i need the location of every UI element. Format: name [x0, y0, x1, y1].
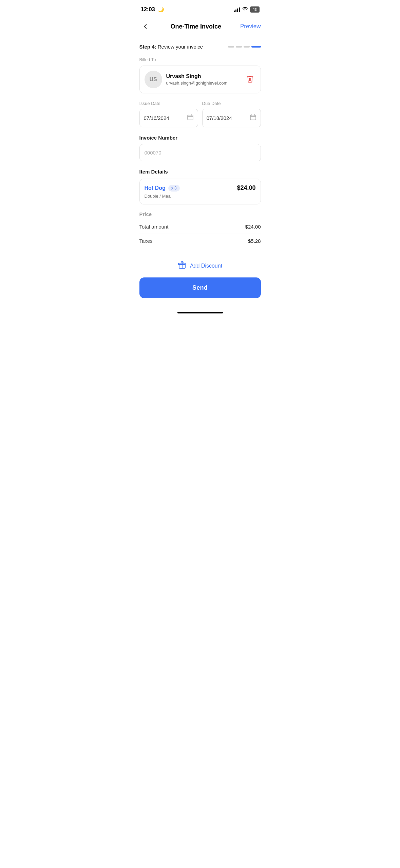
step-row: Step 4: Review your invoice — [139, 44, 261, 50]
step-label: Step 4: — [139, 44, 156, 50]
step-dot-3 — [244, 46, 250, 48]
status-icons: 43 — [234, 6, 260, 13]
item-name: Hot Dog — [145, 185, 166, 191]
issue-date-value: 07/16/2024 — [144, 115, 169, 121]
svg-rect-0 — [188, 115, 193, 120]
item-name-row: Hot Dog x 3 — [145, 185, 180, 192]
step-text: Step 4: Review your invoice — [139, 44, 203, 50]
add-discount-label: Add Discount — [190, 263, 222, 269]
total-amount-value: $24.00 — [245, 224, 261, 230]
invoice-number-section: Invoice Number 000070 — [139, 135, 261, 161]
gift-icon — [178, 260, 187, 271]
issue-date-input[interactable]: 07/16/2024 — [139, 109, 198, 127]
issue-date-label: Issue Date — [139, 101, 198, 106]
total-amount-label: Total amount — [139, 224, 169, 230]
contact-email: urvash.singh@gohighlevel.com — [166, 80, 228, 86]
total-amount-row: Total amount $24.00 — [139, 220, 261, 233]
contact-info: US Urvash Singh urvash.singh@gohighlevel… — [145, 71, 228, 88]
trash-icon — [246, 75, 254, 83]
taxes-label: Taxes — [139, 238, 153, 244]
page-title: One-Time Invoice — [170, 23, 221, 30]
contact-card: US Urvash Singh urvash.singh@gohighlevel… — [139, 66, 261, 93]
item-card: Hot Dog x 3 $24.00 Double / Meal — [139, 179, 261, 204]
contact-details: Urvash Singh urvash.singh@gohighlevel.co… — [166, 73, 228, 86]
billed-to-label: Billed To — [139, 57, 261, 62]
send-button-wrapper: Send — [134, 277, 266, 308]
item-details-label: Item Details — [139, 169, 261, 175]
nav-bar: One-Time Invoice Preview — [134, 17, 266, 37]
taxes-row: Taxes $5.28 — [139, 235, 261, 247]
calendar-icon-due — [250, 114, 256, 122]
status-bar: 12:03 🌙 43 — [134, 0, 266, 17]
back-button[interactable] — [139, 20, 152, 33]
delete-contact-button[interactable] — [244, 73, 256, 86]
due-date-value: 07/18/2024 — [207, 115, 232, 121]
invoice-number-value: 000070 — [145, 150, 161, 156]
due-date-label: Due Date — [202, 101, 261, 106]
price-divider — [139, 234, 261, 234]
step-dot-1 — [228, 46, 234, 48]
item-price: $24.00 — [237, 184, 255, 192]
preview-button[interactable]: Preview — [240, 23, 261, 30]
moon-icon: 🌙 — [158, 6, 164, 12]
item-details-section: Item Details Hot Dog x 3 $24.00 Double /… — [139, 169, 261, 204]
avatar: US — [145, 71, 162, 88]
add-discount-button[interactable]: Add Discount — [139, 253, 261, 277]
step-description: Review your invoice — [158, 44, 203, 50]
item-qty-badge: x 3 — [168, 185, 180, 192]
home-bar — [177, 312, 223, 313]
contact-name: Urvash Singh — [166, 73, 228, 79]
calendar-icon-issue — [187, 114, 194, 122]
signal-icon — [234, 7, 240, 12]
due-date-input[interactable]: 07/18/2024 — [202, 109, 261, 127]
step-dots — [228, 46, 261, 48]
issue-date-field: Issue Date 07/16/2024 — [139, 101, 198, 127]
home-indicator — [134, 308, 266, 315]
send-button[interactable]: Send — [139, 277, 261, 298]
invoice-number-input[interactable]: 000070 — [139, 144, 261, 161]
step-dot-4 — [251, 46, 261, 48]
battery-icon: 43 — [250, 6, 260, 13]
price-section: Price Total amount $24.00 Taxes $5.28 — [139, 211, 261, 251]
price-section-label: Price — [139, 211, 261, 217]
item-row: Hot Dog x 3 $24.00 — [145, 184, 256, 192]
svg-rect-1 — [250, 115, 256, 120]
main-content: Step 4: Review your invoice Billed To US… — [134, 37, 266, 277]
item-description: Double / Meal — [145, 194, 256, 199]
step-dot-2 — [236, 46, 242, 48]
dates-row: Issue Date 07/16/2024 Due Date 07/18/202… — [139, 101, 261, 127]
status-time: 12:03 🌙 — [141, 6, 164, 13]
due-date-field: Due Date 07/18/2024 — [202, 101, 261, 127]
invoice-number-label: Invoice Number — [139, 135, 261, 141]
taxes-value: $5.28 — [248, 238, 261, 244]
wifi-icon — [242, 7, 248, 13]
